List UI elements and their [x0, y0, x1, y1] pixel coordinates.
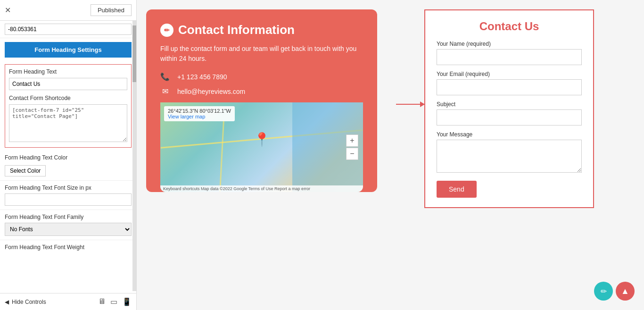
published-button[interactable]: Published	[91, 4, 132, 16]
scroll-thumb[interactable]	[132, 25, 136, 82]
your-message-label: Your Message	[437, 131, 582, 138]
font-family-select[interactable]: No Fonts Arial Times New Roman Georgia V…	[5, 223, 132, 236]
font-weight-section: Form Heading Text Font Weight	[0, 240, 136, 257]
tablet-icon[interactable]: ▭	[110, 297, 117, 306]
arrow-container	[396, 104, 424, 105]
panel-scroll: Form Heading Text Contact Form Shortcode…	[0, 61, 136, 293]
your-message-textarea[interactable]	[437, 140, 582, 173]
main-layout: ✏ Contact Information Fill up the contac…	[146, 9, 635, 208]
arrow-line	[396, 104, 424, 105]
map-coords-box: 26°42'15.3"N 80°03'12.1"W View larger ma…	[164, 106, 235, 121]
contact-form-card: Contact Us Your Name (required) Your Ema…	[424, 9, 594, 208]
map-view-larger-link[interactable]: View larger map	[168, 114, 205, 119]
shortcode-textarea[interactable]: [contact-form-7 id="25" title="Contact P…	[9, 104, 127, 142]
contact-info-card: ✏ Contact Information Fill up the contac…	[146, 9, 377, 192]
subject-input[interactable]	[437, 109, 582, 126]
email-address: hello@heyreviews.com	[177, 88, 245, 95]
arrow-left-icon: ◀	[5, 299, 9, 305]
fab-pencil-icon: ✏	[601, 287, 607, 296]
map-footer: Keyboard shortcuts Map data ©2022 Google…	[160, 185, 363, 192]
coord-input[interactable]	[5, 24, 132, 35]
bottom-bar: ◀ Hide Controls 🖥 ▭ 📱	[0, 293, 136, 310]
color-label: Form Heading Text Color	[5, 154, 132, 161]
fab-up-button[interactable]: ▲	[616, 282, 635, 301]
close-button[interactable]: ✕	[5, 6, 11, 15]
form-heading-settings-button[interactable]: Form Heading Settings	[5, 42, 132, 58]
font-size-input[interactable]	[5, 193, 132, 206]
shortcode-label: Contact Form Shortcode	[9, 95, 127, 101]
desktop-icon[interactable]: 🖥	[98, 297, 106, 306]
color-section: Form Heading Text Color Select Color	[0, 151, 136, 180]
select-color-button[interactable]: Select Color	[5, 165, 46, 176]
phone-number: +1 123 456 7890	[177, 73, 227, 81]
your-email-input[interactable]	[437, 79, 582, 95]
contact-info-title: ✏ Contact Information	[160, 23, 363, 37]
main-content: ✏ Contact Information Fill up the contac…	[137, 0, 644, 310]
hide-controls-button[interactable]: ◀ Hide Controls	[5, 299, 46, 305]
form-heading-label: Form Heading Text	[9, 68, 127, 75]
email-icon: ✉	[160, 87, 170, 96]
contact-info-heading: Contact Information	[178, 23, 295, 37]
font-size-label: Form Heading Text Font Size in px	[5, 184, 132, 191]
map-road-2	[219, 120, 224, 192]
map-footer-text: Keyboard shortcuts Map data ©2022 Google…	[163, 186, 310, 191]
pencil-icon: ✏	[164, 26, 170, 34]
map-background: 26°42'15.3"N 80°03'12.1"W View larger ma…	[160, 102, 363, 192]
mobile-icon[interactable]: 📱	[122, 297, 132, 306]
zoom-in-button[interactable]: +	[346, 134, 358, 147]
contact-info-email: ✉ hello@heyreviews.com	[160, 87, 363, 96]
edit-icon[interactable]: ✏	[160, 24, 173, 37]
your-name-label: Your Name (required)	[437, 41, 582, 47]
font-family-section: Form Heading Text Font Family No Fonts A…	[0, 210, 136, 240]
contact-info-subtitle: Fill up the contact form and our team wi…	[160, 44, 363, 64]
fab-container: ✏ ▲	[594, 282, 635, 301]
zoom-out-button[interactable]: −	[346, 148, 358, 160]
map-pin: 📍	[254, 132, 270, 147]
fab-edit-button[interactable]: ✏	[594, 282, 613, 301]
contact-form-title: Contact Us	[437, 20, 582, 33]
map-coords-text: 26°42'15.3"N 80°03'12.1"W	[168, 108, 231, 114]
phone-icon: 📞	[160, 72, 170, 81]
hide-controls-label: Hide Controls	[12, 299, 46, 305]
device-icons: 🖥 ▭ 📱	[98, 297, 132, 306]
font-size-section: Form Heading Text Font Size in px	[0, 181, 136, 209]
subject-label: Subject	[437, 101, 582, 108]
contact-info-phone: 📞 +1 123 456 7890	[160, 72, 363, 81]
coord-input-row	[0, 21, 136, 38]
your-email-label: Your Email (required)	[437, 71, 582, 77]
font-family-label: Form Heading Text Font Family	[5, 214, 132, 220]
form-heading-section: Form Heading Text Contact Form Shortcode…	[5, 64, 132, 148]
map-container: 26°42'15.3"N 80°03'12.1"W View larger ma…	[160, 102, 363, 192]
your-name-input[interactable]	[437, 49, 582, 65]
map-zoom-controls: + −	[346, 134, 358, 160]
fab-up-icon: ▲	[621, 286, 629, 296]
form-heading-input[interactable]	[9, 78, 127, 90]
font-weight-label: Form Heading Text Font Weight	[5, 244, 132, 251]
send-button[interactable]: Send	[437, 181, 477, 198]
scroll-track[interactable]	[132, 21, 136, 291]
top-bar: ✕ Published	[0, 0, 136, 21]
